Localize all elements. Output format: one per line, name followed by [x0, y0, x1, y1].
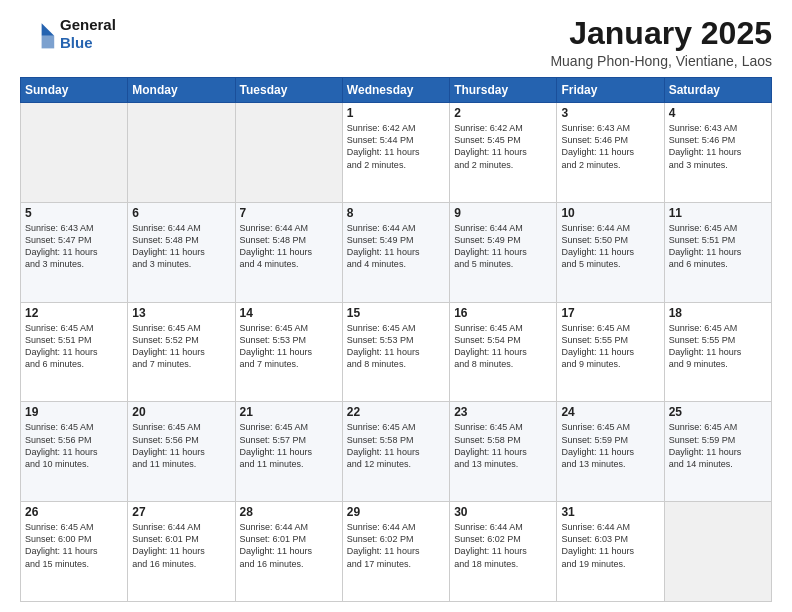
calendar-cell: 19Sunrise: 6:45 AM Sunset: 5:56 PM Dayli…: [21, 402, 128, 502]
day-info: Sunrise: 6:44 AM Sunset: 6:02 PM Dayligh…: [454, 521, 552, 570]
day-number: 17: [561, 306, 659, 320]
calendar-cell: [664, 502, 771, 602]
week-row-3: 12Sunrise: 6:45 AM Sunset: 5:51 PM Dayli…: [21, 302, 772, 402]
day-number: 1: [347, 106, 445, 120]
calendar-cell: 9Sunrise: 6:44 AM Sunset: 5:49 PM Daylig…: [450, 202, 557, 302]
calendar-cell: 16Sunrise: 6:45 AM Sunset: 5:54 PM Dayli…: [450, 302, 557, 402]
calendar-cell: 5Sunrise: 6:43 AM Sunset: 5:47 PM Daylig…: [21, 202, 128, 302]
day-number: 18: [669, 306, 767, 320]
calendar-cell: 1Sunrise: 6:42 AM Sunset: 5:44 PM Daylig…: [342, 103, 449, 203]
calendar-cell: 17Sunrise: 6:45 AM Sunset: 5:55 PM Dayli…: [557, 302, 664, 402]
week-row-4: 19Sunrise: 6:45 AM Sunset: 5:56 PM Dayli…: [21, 402, 772, 502]
day-info: Sunrise: 6:45 AM Sunset: 5:51 PM Dayligh…: [669, 222, 767, 271]
day-number: 26: [25, 505, 123, 519]
header-day-friday: Friday: [557, 78, 664, 103]
day-number: 15: [347, 306, 445, 320]
calendar-cell: 27Sunrise: 6:44 AM Sunset: 6:01 PM Dayli…: [128, 502, 235, 602]
day-number: 2: [454, 106, 552, 120]
day-number: 21: [240, 405, 338, 419]
logo-icon: [20, 16, 56, 52]
day-number: 28: [240, 505, 338, 519]
day-info: Sunrise: 6:45 AM Sunset: 5:55 PM Dayligh…: [561, 322, 659, 371]
svg-marker-0: [42, 23, 55, 36]
day-info: Sunrise: 6:45 AM Sunset: 5:51 PM Dayligh…: [25, 322, 123, 371]
page-subtitle: Muang Phon-Hong, Vientiane, Laos: [550, 53, 772, 69]
calendar-cell: 18Sunrise: 6:45 AM Sunset: 5:55 PM Dayli…: [664, 302, 771, 402]
calendar-cell: 23Sunrise: 6:45 AM Sunset: 5:58 PM Dayli…: [450, 402, 557, 502]
day-info: Sunrise: 6:45 AM Sunset: 5:56 PM Dayligh…: [132, 421, 230, 470]
header-day-sunday: Sunday: [21, 78, 128, 103]
day-info: Sunrise: 6:45 AM Sunset: 5:59 PM Dayligh…: [669, 421, 767, 470]
header-day-thursday: Thursday: [450, 78, 557, 103]
day-info: Sunrise: 6:43 AM Sunset: 5:46 PM Dayligh…: [669, 122, 767, 171]
day-number: 11: [669, 206, 767, 220]
calendar-cell: 15Sunrise: 6:45 AM Sunset: 5:53 PM Dayli…: [342, 302, 449, 402]
calendar-cell: 12Sunrise: 6:45 AM Sunset: 5:51 PM Dayli…: [21, 302, 128, 402]
calendar-table: SundayMondayTuesdayWednesdayThursdayFrid…: [20, 77, 772, 602]
calendar-cell: [235, 103, 342, 203]
day-number: 6: [132, 206, 230, 220]
day-info: Sunrise: 6:45 AM Sunset: 5:57 PM Dayligh…: [240, 421, 338, 470]
day-number: 25: [669, 405, 767, 419]
day-info: Sunrise: 6:45 AM Sunset: 5:59 PM Dayligh…: [561, 421, 659, 470]
day-info: Sunrise: 6:44 AM Sunset: 6:01 PM Dayligh…: [240, 521, 338, 570]
calendar-cell: 13Sunrise: 6:45 AM Sunset: 5:52 PM Dayli…: [128, 302, 235, 402]
day-number: 12: [25, 306, 123, 320]
day-info: Sunrise: 6:45 AM Sunset: 5:53 PM Dayligh…: [240, 322, 338, 371]
day-info: Sunrise: 6:44 AM Sunset: 6:03 PM Dayligh…: [561, 521, 659, 570]
day-number: 20: [132, 405, 230, 419]
day-info: Sunrise: 6:44 AM Sunset: 5:48 PM Dayligh…: [240, 222, 338, 271]
day-number: 4: [669, 106, 767, 120]
week-row-5: 26Sunrise: 6:45 AM Sunset: 6:00 PM Dayli…: [21, 502, 772, 602]
day-number: 9: [454, 206, 552, 220]
calendar-cell: 22Sunrise: 6:45 AM Sunset: 5:58 PM Dayli…: [342, 402, 449, 502]
day-info: Sunrise: 6:44 AM Sunset: 5:49 PM Dayligh…: [454, 222, 552, 271]
day-info: Sunrise: 6:45 AM Sunset: 5:53 PM Dayligh…: [347, 322, 445, 371]
day-number: 29: [347, 505, 445, 519]
calendar-cell: 14Sunrise: 6:45 AM Sunset: 5:53 PM Dayli…: [235, 302, 342, 402]
day-number: 16: [454, 306, 552, 320]
calendar-cell: 11Sunrise: 6:45 AM Sunset: 5:51 PM Dayli…: [664, 202, 771, 302]
day-info: Sunrise: 6:42 AM Sunset: 5:44 PM Dayligh…: [347, 122, 445, 171]
day-info: Sunrise: 6:45 AM Sunset: 5:58 PM Dayligh…: [347, 421, 445, 470]
day-number: 24: [561, 405, 659, 419]
day-number: 13: [132, 306, 230, 320]
day-info: Sunrise: 6:45 AM Sunset: 5:58 PM Dayligh…: [454, 421, 552, 470]
calendar-cell: 4Sunrise: 6:43 AM Sunset: 5:46 PM Daylig…: [664, 103, 771, 203]
calendar-cell: 8Sunrise: 6:44 AM Sunset: 5:49 PM Daylig…: [342, 202, 449, 302]
calendar-cell: [21, 103, 128, 203]
day-number: 5: [25, 206, 123, 220]
calendar-body: 1Sunrise: 6:42 AM Sunset: 5:44 PM Daylig…: [21, 103, 772, 602]
day-number: 30: [454, 505, 552, 519]
day-number: 31: [561, 505, 659, 519]
calendar-cell: 10Sunrise: 6:44 AM Sunset: 5:50 PM Dayli…: [557, 202, 664, 302]
calendar-cell: 31Sunrise: 6:44 AM Sunset: 6:03 PM Dayli…: [557, 502, 664, 602]
logo: General Blue: [20, 16, 116, 52]
day-info: Sunrise: 6:45 AM Sunset: 6:00 PM Dayligh…: [25, 521, 123, 570]
calendar-cell: [128, 103, 235, 203]
day-number: 23: [454, 405, 552, 419]
header: General Blue January 2025 Muang Phon-Hon…: [20, 16, 772, 69]
week-row-2: 5Sunrise: 6:43 AM Sunset: 5:47 PM Daylig…: [21, 202, 772, 302]
calendar-cell: 21Sunrise: 6:45 AM Sunset: 5:57 PM Dayli…: [235, 402, 342, 502]
day-number: 3: [561, 106, 659, 120]
day-info: Sunrise: 6:44 AM Sunset: 5:48 PM Dayligh…: [132, 222, 230, 271]
header-day-tuesday: Tuesday: [235, 78, 342, 103]
calendar-header: SundayMondayTuesdayWednesdayThursdayFrid…: [21, 78, 772, 103]
day-number: 19: [25, 405, 123, 419]
calendar-cell: 24Sunrise: 6:45 AM Sunset: 5:59 PM Dayli…: [557, 402, 664, 502]
day-number: 10: [561, 206, 659, 220]
logo-text: General Blue: [60, 16, 116, 52]
calendar-cell: 30Sunrise: 6:44 AM Sunset: 6:02 PM Dayli…: [450, 502, 557, 602]
day-info: Sunrise: 6:44 AM Sunset: 5:50 PM Dayligh…: [561, 222, 659, 271]
calendar-cell: 28Sunrise: 6:44 AM Sunset: 6:01 PM Dayli…: [235, 502, 342, 602]
day-info: Sunrise: 6:43 AM Sunset: 5:47 PM Dayligh…: [25, 222, 123, 271]
title-block: January 2025 Muang Phon-Hong, Vientiane,…: [550, 16, 772, 69]
calendar-cell: 6Sunrise: 6:44 AM Sunset: 5:48 PM Daylig…: [128, 202, 235, 302]
day-info: Sunrise: 6:44 AM Sunset: 5:49 PM Dayligh…: [347, 222, 445, 271]
svg-marker-1: [42, 36, 55, 49]
day-info: Sunrise: 6:44 AM Sunset: 6:02 PM Dayligh…: [347, 521, 445, 570]
day-info: Sunrise: 6:45 AM Sunset: 5:52 PM Dayligh…: [132, 322, 230, 371]
day-info: Sunrise: 6:45 AM Sunset: 5:54 PM Dayligh…: [454, 322, 552, 371]
day-number: 27: [132, 505, 230, 519]
